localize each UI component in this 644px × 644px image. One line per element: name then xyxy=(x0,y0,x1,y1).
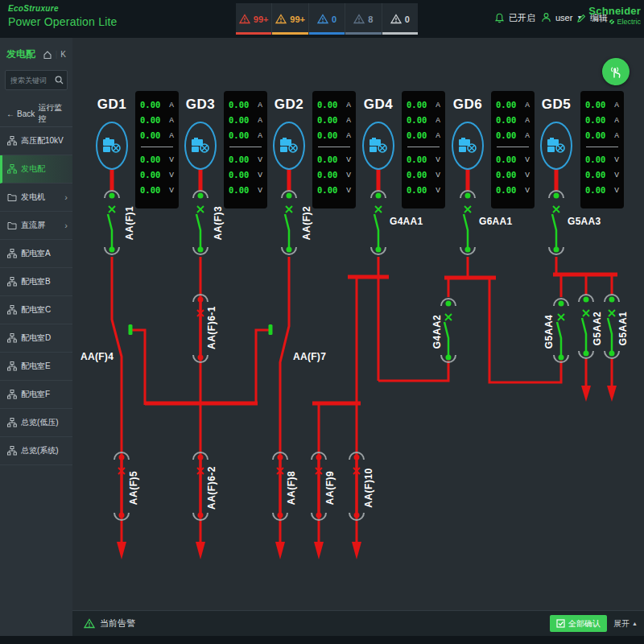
alarm-sound-toggle[interactable]: 已开启 xyxy=(494,12,535,24)
search-input[interactable] xyxy=(9,76,55,85)
sidebar-item-room-d[interactable]: 配电室D xyxy=(0,324,72,353)
alarm-filter-medium[interactable]: 0 xyxy=(309,3,345,35)
hierarchy-icon xyxy=(7,418,17,427)
alarm-filter-high[interactable]: 99+ xyxy=(272,3,308,35)
meter-unit: V xyxy=(258,155,262,163)
alarm-underline xyxy=(382,32,418,35)
generator-symbol-gd4[interactable] xyxy=(362,122,394,170)
sidebar: 发电配 | K ← Back 运行监控 高压配10kV 发电配 发电机 › xyxy=(0,38,72,636)
meter-value: 0.00 xyxy=(140,100,160,109)
caret-up-icon: ▲ xyxy=(632,621,638,626)
collapse-button[interactable]: K xyxy=(60,50,66,59)
warning-triangle-icon xyxy=(275,14,287,24)
sidebar-item-room-a[interactable]: 配电室A xyxy=(0,240,72,268)
current-alarms: 当前告警 xyxy=(84,617,135,630)
sidebar-item-overview-lv[interactable]: 总览(低压) xyxy=(0,409,72,437)
genset-icon xyxy=(102,138,122,154)
sidebar-item-gen-dist[interactable]: 发电配 xyxy=(0,155,72,184)
alarm-underline xyxy=(309,32,345,35)
breaker-g5aa3[interactable] xyxy=(549,191,564,254)
breaker-g6aa1[interactable] xyxy=(460,191,475,254)
single-line-diagram: GD1 GD3 GD2 GD4 GD6 GD5 0.00A 0.00A 0.00… xyxy=(72,38,644,610)
alarm-filter-low[interactable]: 8 xyxy=(345,3,382,35)
alarm-footer-bar: 当前告警 全部确认 展开 ▲ xyxy=(72,610,644,636)
meter-panel-gd6: 0.00A 0.00A 0.00A 0.00V 0.00V 0.00V xyxy=(491,91,535,208)
sidebar-item-dc-panel[interactable]: 直流屏 › xyxy=(0,212,72,240)
device-label-aaf2: AA(F)2 xyxy=(301,206,312,240)
hierarchy-icon xyxy=(7,164,17,174)
generator-label: GD3 xyxy=(176,97,225,113)
bottom-strip xyxy=(0,636,644,644)
meter-unit: A xyxy=(169,116,174,124)
device-label-aaf9: AA(F)9 xyxy=(324,471,336,505)
meter-value: 0.00 xyxy=(407,185,427,195)
breaker-g4aa2[interactable] xyxy=(441,299,456,362)
breaker-aaf3[interactable] xyxy=(193,191,208,254)
pan-mode-button[interactable] xyxy=(602,58,630,85)
device-label-aaf6-1: AA(F)6-1 xyxy=(206,306,217,349)
generator-label: GD4 xyxy=(354,97,402,113)
breaker-aaf1[interactable] xyxy=(105,191,119,254)
sidebar-item-overview-sys[interactable]: 总览(系统) xyxy=(0,437,72,465)
meter-panel-gd4: 0.00A 0.00A 0.00A 0.00V 0.00V 0.00V xyxy=(402,91,445,208)
meter-unit: V xyxy=(258,171,262,179)
generator-symbol-gd5[interactable] xyxy=(540,122,572,170)
alarm-filter-info[interactable]: 0 xyxy=(382,3,418,35)
generator-symbol-gd1[interactable] xyxy=(96,122,128,170)
hierarchy-icon xyxy=(7,277,17,287)
user-label: user xyxy=(555,13,572,23)
meter-value: 0.00 xyxy=(407,170,427,180)
bell-icon xyxy=(494,13,505,23)
device-label-g5aa1: G5AA1 xyxy=(617,312,629,346)
meter-value: 0.00 xyxy=(496,170,516,180)
meter-unit: V xyxy=(346,171,351,179)
hierarchy-icon xyxy=(7,305,17,315)
warning-triangle-icon xyxy=(353,14,365,24)
generator-symbol-gd6[interactable] xyxy=(452,122,484,170)
sidebar-item-generators[interactable]: 发电机 › xyxy=(0,184,72,212)
meter-unit: V xyxy=(346,155,351,163)
sidebar-item-room-e[interactable]: 配电室E xyxy=(0,353,72,381)
alarm-count: 0 xyxy=(332,14,336,24)
breaker-aaf2[interactable] xyxy=(282,191,296,254)
home-icon[interactable] xyxy=(43,50,52,60)
sidebar-item-room-c[interactable]: 配电室C xyxy=(0,296,72,324)
genset-icon xyxy=(279,138,299,154)
meter-value: 0.00 xyxy=(496,100,516,109)
closed-indicator xyxy=(269,324,273,335)
device-label-g6aa1: G6AA1 xyxy=(479,216,513,227)
sidebar-item-room-f[interactable]: 配电室F xyxy=(0,381,72,409)
meter-value: 0.00 xyxy=(496,185,516,195)
meter-panel-gd2: 0.00A 0.00A 0.00A 0.00V 0.00V 0.00V xyxy=(312,91,356,208)
ack-all-button[interactable]: 全部确认 xyxy=(550,615,607,632)
meter-unit: A xyxy=(614,101,619,109)
genset-icon xyxy=(547,138,566,154)
breaker-g4aa1[interactable] xyxy=(371,191,386,254)
folder-icon xyxy=(7,192,17,202)
device-label-aaf3: AA(F)3 xyxy=(213,206,224,240)
expand-panel-button[interactable]: 展开 ▲ xyxy=(613,618,638,630)
back-button[interactable]: ← Back xyxy=(6,109,35,118)
meter-unit: A xyxy=(258,116,262,124)
breaker-aaf5[interactable] xyxy=(114,452,129,520)
genset-icon xyxy=(369,138,388,154)
search-icon[interactable] xyxy=(55,76,64,85)
alarm-sound-label: 已开启 xyxy=(509,12,535,24)
sidebar-item-hv-10kv[interactable]: 高压配10kV xyxy=(0,127,72,155)
meter-unit: A xyxy=(346,101,351,109)
generator-symbol-gd2[interactable] xyxy=(273,122,305,170)
meter-value: 0.00 xyxy=(496,130,516,140)
generator-symbol-gd3[interactable] xyxy=(184,122,217,170)
hierarchy-icon xyxy=(7,361,17,371)
meter-unit: A xyxy=(525,131,530,139)
breaker-aaf10[interactable] xyxy=(349,452,364,520)
meter-value: 0.00 xyxy=(407,100,427,109)
alarm-count: 8 xyxy=(368,14,373,24)
alarm-filter-critical[interactable]: 99+ xyxy=(236,3,272,35)
hierarchy-icon xyxy=(7,446,17,456)
alarm-count: 99+ xyxy=(290,14,305,24)
breaker-g5aa4[interactable] xyxy=(554,299,568,362)
meter-unit: A xyxy=(346,131,351,139)
meter-unit: V xyxy=(436,186,440,194)
sidebar-item-room-b[interactable]: 配电室B xyxy=(0,268,72,296)
